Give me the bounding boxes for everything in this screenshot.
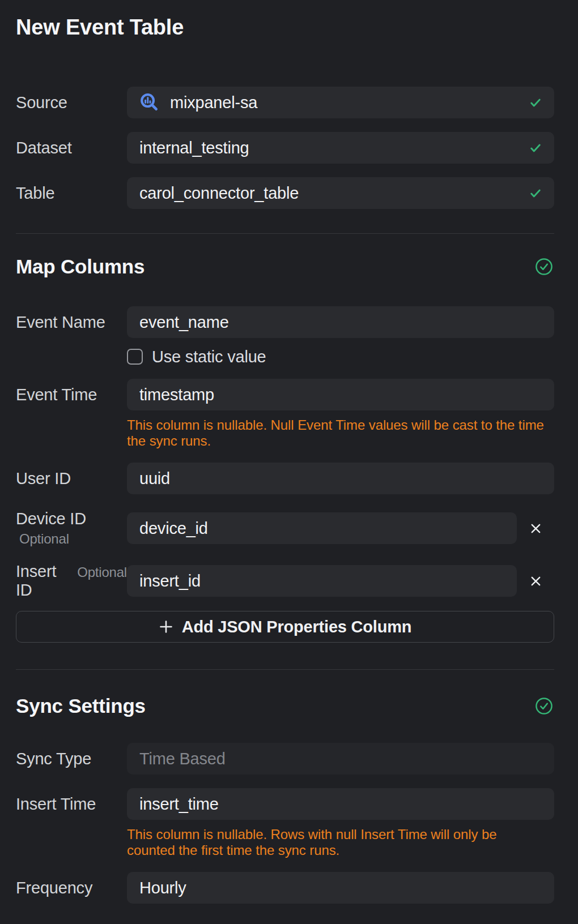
device-id-value: device_id — [139, 519, 504, 538]
event-name-field[interactable]: event_name — [127, 306, 554, 338]
insert-id-x-icon[interactable] — [526, 571, 546, 591]
section-divider — [16, 669, 554, 670]
device-id-field[interactable]: device_id — [127, 512, 517, 544]
source-field[interactable]: mixpanel-sa — [127, 87, 554, 118]
sync-type-field: Time Based — [127, 743, 554, 775]
insert-id-remove-zone — [517, 571, 554, 591]
dataset-field[interactable]: internal_testing — [127, 132, 554, 164]
device-id-label: Device ID Optional — [16, 510, 127, 547]
table-row: Table carol_connector_table — [16, 177, 554, 209]
insert-id-optional-tag: Optional — [77, 564, 127, 580]
user-id-label: User ID — [16, 469, 127, 488]
magnifier-bar-chart-icon — [139, 92, 160, 113]
event-time-field[interactable]: timestamp — [127, 379, 554, 410]
device-id-label-text: Device ID — [16, 510, 127, 528]
map-columns-heading: Map Columns — [16, 255, 144, 278]
page-title: New Event Table — [16, 15, 554, 40]
device-id-optional-tag: Optional — [16, 531, 127, 547]
insert-time-label: Insert Time — [16, 795, 127, 814]
add-json-properties-column-button[interactable]: Add JSON Properties Column — [16, 611, 554, 643]
use-static-value-checkbox[interactable] — [127, 349, 143, 365]
green-check-icon — [529, 142, 542, 153]
map-columns-header: Map Columns — [16, 254, 554, 279]
sync-type-row: Sync Type Time Based — [16, 743, 554, 775]
dataset-value: internal_testing — [139, 139, 520, 157]
plus-icon — [159, 619, 173, 634]
source-row: Source mixpanel-sa — [16, 87, 554, 118]
insert-time-nullable-warning: This column is nullable. Rows with null … — [127, 827, 547, 858]
frequency-label: Frequency — [16, 879, 127, 897]
use-static-value-row: Use static value — [127, 348, 554, 366]
green-check-icon — [529, 97, 542, 108]
frequency-row: Frequency Hourly — [16, 872, 554, 904]
use-static-value-label: Use static value — [152, 348, 266, 366]
dataset-row: Dataset internal_testing — [16, 132, 554, 164]
insert-time-field[interactable]: insert_time — [127, 788, 554, 820]
table-field[interactable]: carol_connector_table — [127, 177, 554, 209]
event-time-row: Event Time timestamp — [16, 379, 554, 410]
sync-settings-header: Sync Settings — [16, 694, 554, 718]
sync-settings-heading: Sync Settings — [16, 695, 146, 717]
green-circle-check-icon — [535, 697, 553, 715]
event-time-label: Event Time — [16, 386, 127, 404]
event-time-value: timestamp — [139, 386, 542, 404]
event-time-nullable-warning: This column is nullable. Null Event Time… — [127, 417, 547, 449]
source-value: mixpanel-sa — [170, 93, 520, 112]
table-label: Table — [16, 184, 127, 203]
user-id-row: User ID uuid — [16, 463, 554, 494]
sync-type-label: Sync Type — [16, 750, 127, 768]
insert-id-field[interactable]: insert_id — [127, 565, 517, 597]
source-label: Source — [16, 93, 127, 112]
sync-type-value: Time Based — [139, 750, 542, 768]
insert-id-row: Insert ID Optional insert_id — [16, 562, 554, 600]
event-name-value: event_name — [139, 313, 542, 332]
insert-id-label: Insert ID Optional — [16, 562, 127, 600]
insert-id-value: insert_id — [139, 572, 504, 591]
user-id-field[interactable]: uuid — [127, 463, 554, 494]
insert-time-row: Insert Time insert_time — [16, 788, 554, 820]
insert-id-label-text: Insert ID — [16, 562, 71, 600]
event-name-row: Event Name event_name — [16, 306, 554, 338]
table-value: carol_connector_table — [139, 184, 520, 203]
green-circle-check-icon — [535, 258, 553, 276]
device-id-remove-zone — [517, 519, 554, 538]
new-event-table-panel: New Event Table Source mixpanel-sa — [16, 0, 554, 904]
insert-time-value: insert_time — [139, 795, 542, 814]
frequency-field[interactable]: Hourly — [127, 872, 554, 904]
device-id-x-icon[interactable] — [526, 519, 546, 538]
add-json-properties-column-label: Add JSON Properties Column — [182, 618, 412, 636]
device-id-row: Device ID Optional device_id — [16, 510, 554, 547]
green-check-icon — [529, 187, 542, 199]
user-id-value: uuid — [139, 469, 542, 488]
event-name-label: Event Name — [16, 313, 127, 332]
dataset-label: Dataset — [16, 139, 127, 157]
frequency-value: Hourly — [139, 879, 542, 897]
section-divider — [16, 233, 554, 234]
